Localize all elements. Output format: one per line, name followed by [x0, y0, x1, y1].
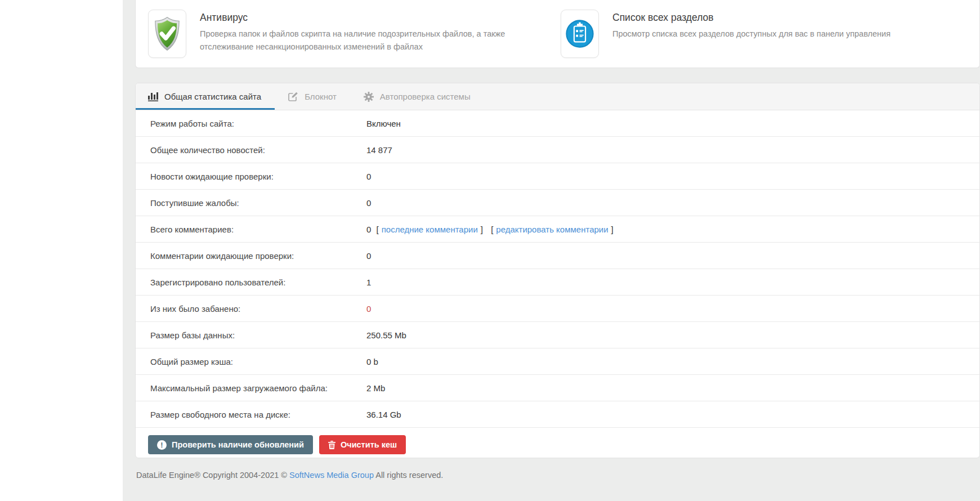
- tab-bar: Общая статистика сайта Блокнот: [136, 83, 979, 110]
- check-updates-button[interactable]: ! Проверить наличие обновлений: [148, 435, 313, 454]
- card-description: Просмотр списка всех разделов доступных …: [612, 28, 890, 41]
- card-title: Антивирус: [200, 12, 507, 24]
- stat-label: Максимальный размер загружаемого файла:: [136, 383, 366, 393]
- trash-icon: [328, 441, 335, 449]
- main-content: Антивирус Проверка папок и файлов скрипт…: [123, 0, 980, 501]
- stat-value: 250.55 Mb: [366, 330, 406, 340]
- table-row: Комментарии ожидающие проверки: 0: [136, 243, 979, 269]
- stat-label: Поступившие жалобы:: [136, 198, 366, 208]
- stat-label: Комментарии ожидающие проверки:: [136, 251, 366, 261]
- bar-chart-icon: [148, 92, 158, 101]
- stat-value: 0 [последние комментарии] [редактировать…: [366, 225, 616, 234]
- table-row: Размер базы данных: 250.55 Mb: [136, 322, 979, 348]
- stat-value: 1: [366, 278, 371, 287]
- stat-value: 14 877: [366, 145, 392, 155]
- table-row: Всего комментариев: 0 [последние коммент…: [136, 216, 979, 243]
- card-antivirus[interactable]: Антивирус Проверка папок и файлов скрипт…: [148, 10, 507, 58]
- stat-label: Общее количество новостей:: [136, 145, 366, 155]
- stat-label: Всего комментариев:: [136, 225, 366, 234]
- stat-value-banned: 0: [366, 304, 371, 314]
- clear-cache-button[interactable]: Очистить кеш: [319, 435, 406, 454]
- tab-label: Блокнот: [305, 92, 337, 101]
- edit-icon: [288, 92, 298, 101]
- stats-table: Режим работы сайта: Включен Общее количе…: [136, 110, 979, 428]
- shortcut-cards-panel: Антивирус Проверка папок и файлов скрипт…: [135, 0, 980, 68]
- stat-label: Размер свободного места на диске:: [136, 410, 366, 419]
- actions-bar: ! Проверить наличие обновлений: [136, 428, 979, 458]
- tab-notepad[interactable]: Блокнот: [275, 83, 350, 110]
- table-row: Общий размер кэша: 0 b: [136, 348, 979, 375]
- sidebar-edge: [0, 0, 123, 501]
- stat-value: 2 Mb: [366, 383, 385, 393]
- table-row: Из них было забанено: 0: [136, 296, 979, 322]
- table-row: Максимальный размер загружаемого файла: …: [136, 375, 979, 401]
- statistics-panel: Общая статистика сайта Блокнот: [135, 83, 980, 458]
- exclamation-circle-icon: !: [157, 440, 167, 450]
- softnews-link[interactable]: SoftNews Media Group: [289, 471, 374, 480]
- table-row: Размер свободного места на диске: 36.14 …: [136, 401, 979, 428]
- tab-site-statistics[interactable]: Общая статистика сайта: [136, 83, 275, 110]
- tab-label: Автопроверка системы: [380, 92, 471, 101]
- card-title: Список всех разделов: [612, 12, 890, 24]
- card-description: Проверка папок и файлов скрипта на налич…: [200, 28, 507, 53]
- recent-comments-link[interactable]: последние комментарии: [382, 225, 478, 234]
- table-row: Новости ожидающие проверки: 0: [136, 163, 979, 190]
- stat-value: Включен: [366, 119, 401, 128]
- admin-page: Антивирус Проверка папок и файлов скрипт…: [0, 0, 980, 501]
- stat-value: 0: [366, 172, 371, 181]
- footer-copyright: DataLife Engine® Copyright 2004-2021 © S…: [135, 471, 980, 480]
- stat-label: Зарегистрировано пользователей:: [136, 278, 366, 287]
- edit-comments-link[interactable]: редактировать комментарии: [496, 225, 608, 234]
- table-row: Зарегистрировано пользователей: 1: [136, 269, 979, 296]
- stat-value: 0 b: [366, 357, 378, 366]
- clipboard-list-icon: [561, 10, 599, 58]
- shield-check-icon: [148, 10, 186, 58]
- table-row: Поступившие жалобы: 0: [136, 190, 979, 216]
- card-all-sections[interactable]: Список всех разделов Просмотр списка все…: [561, 10, 890, 58]
- stat-label: Новости ожидающие проверки:: [136, 172, 366, 181]
- tab-label: Общая статистика сайта: [164, 92, 261, 101]
- stat-label: Размер базы данных:: [136, 330, 366, 340]
- table-row: Общее количество новостей: 14 877: [136, 137, 979, 163]
- table-row: Режим работы сайта: Включен: [136, 110, 979, 137]
- stat-value: 0: [366, 251, 371, 261]
- stat-value: 36.14 Gb: [366, 410, 401, 419]
- stat-label: Режим работы сайта:: [136, 119, 366, 128]
- stat-value: 0: [366, 198, 371, 208]
- stat-label: Общий размер кэша:: [136, 357, 366, 366]
- gear-icon: [364, 92, 374, 102]
- stat-label: Из них было забанено:: [136, 304, 366, 314]
- tab-system-autocheck[interactable]: Автопроверка системы: [350, 83, 484, 110]
